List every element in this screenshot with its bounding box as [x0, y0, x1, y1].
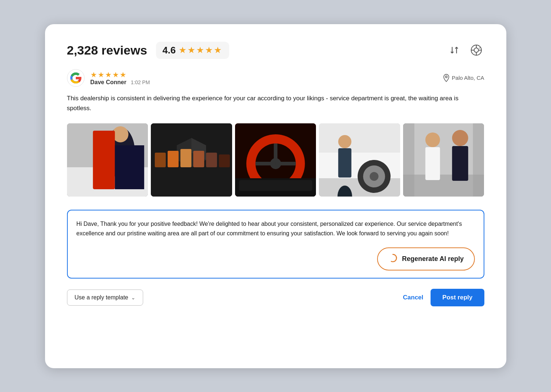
svg-rect-17	[219, 154, 230, 167]
svg-point-2	[446, 76, 447, 78]
photo-item-5	[403, 123, 484, 197]
post-reply-button[interactable]: Post reply	[431, 289, 484, 306]
dealership-photo-4	[319, 123, 400, 197]
sort-button[interactable]	[446, 42, 462, 58]
svg-rect-23	[255, 162, 275, 165]
reply-box: Hi Dave, Thank you for your positive fee…	[67, 210, 484, 279]
author-meta: Dave Conner 1:02 PM	[90, 79, 150, 86]
author-left: ★★★★★ Dave Conner 1:02 PM	[67, 69, 150, 87]
use-template-button[interactable]: Use a reply template ⌄	[67, 290, 144, 306]
author-stars: ★★★★★	[90, 70, 150, 79]
svg-rect-8	[115, 145, 144, 189]
author-name: Dave Conner	[90, 79, 127, 86]
review-count: 2,328 reviews	[67, 43, 147, 57]
svg-rect-41	[452, 146, 468, 181]
svg-rect-26	[239, 180, 312, 191]
svg-rect-43	[473, 123, 484, 197]
photo-item-1	[67, 123, 148, 197]
cancel-button[interactable]: Cancel	[403, 294, 424, 301]
svg-rect-7	[93, 131, 115, 189]
review-text: This dealership is consistent in deliver…	[67, 93, 484, 113]
regenerate-button[interactable]: Regenerate AI reply	[377, 247, 474, 270]
rating-badge: 4.6 ★★★★★	[156, 42, 229, 59]
svg-rect-37	[403, 175, 484, 197]
header-row: 2,328 reviews 4.6 ★★★★★	[67, 42, 484, 59]
dealership-photo-5	[403, 123, 484, 197]
dealership-photo-1	[67, 123, 148, 197]
svg-rect-13	[168, 151, 179, 167]
reply-text: Hi Dave, Thank you for your positive fee…	[77, 219, 475, 239]
svg-rect-24	[275, 162, 295, 165]
svg-rect-39	[425, 147, 440, 180]
svg-point-38	[425, 132, 440, 147]
svg-rect-12	[155, 153, 166, 167]
location-icon	[443, 74, 450, 82]
google-logo	[67, 69, 85, 87]
filter-button[interactable]	[468, 42, 484, 58]
location: Palo Alto, CA	[443, 74, 484, 82]
location-text: Palo Alto, CA	[452, 75, 484, 81]
author-info: ★★★★★ Dave Conner 1:02 PM	[90, 70, 150, 86]
svg-point-33	[338, 135, 351, 148]
header-left: 2,328 reviews 4.6 ★★★★★	[67, 42, 229, 59]
svg-rect-42	[403, 123, 414, 197]
review-card: 2,328 reviews 4.6 ★★★★★	[45, 24, 506, 368]
filter-icon	[470, 44, 483, 56]
author-row: ★★★★★ Dave Conner 1:02 PM Palo Alto, CA	[67, 69, 484, 87]
photo-item-4	[319, 123, 400, 197]
svg-rect-22	[273, 143, 277, 164]
chevron-down-icon: ⌄	[131, 295, 135, 300]
regenerate-label: Regenerate AI reply	[402, 255, 463, 263]
right-actions: Cancel Post reply	[403, 289, 484, 306]
svg-rect-34	[338, 148, 351, 178]
svg-rect-15	[193, 151, 204, 167]
google-g-icon	[69, 71, 82, 85]
author-time: 1:02 PM	[131, 79, 150, 85]
svg-point-40	[452, 130, 468, 146]
photo-item-2	[151, 123, 232, 197]
svg-rect-14	[180, 149, 191, 167]
photo-item-3	[235, 123, 316, 197]
photo-grid	[67, 123, 484, 197]
regenerate-icon	[388, 253, 398, 265]
action-row: Use a reply template ⌄ Cancel Post reply	[67, 289, 484, 306]
svg-point-32	[370, 172, 379, 181]
header-icons	[446, 42, 484, 58]
svg-point-1	[474, 48, 479, 52]
dealership-photo-3	[235, 123, 316, 197]
svg-rect-16	[206, 153, 217, 167]
rating-number: 4.6	[163, 45, 176, 56]
dealership-photo-2	[151, 123, 232, 197]
overall-stars: ★★★★★	[179, 45, 223, 55]
use-template-label: Use a reply template	[75, 294, 129, 301]
sort-icon	[449, 45, 459, 55]
